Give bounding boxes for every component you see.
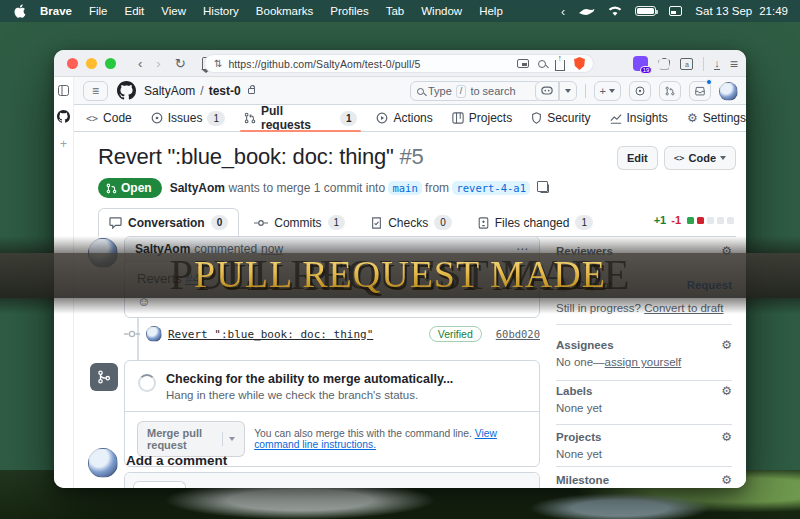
menu-item-help[interactable]: Help <box>479 5 503 17</box>
back-button[interactable]: ‹ <box>138 57 142 70</box>
menu-bar-clock[interactable]: Sat 13 Sep 21:49 <box>695 5 788 17</box>
commit-author-avatar[interactable] <box>146 326 162 342</box>
copilot-button[interactable] <box>535 81 559 101</box>
copy-branch-icon[interactable] <box>540 184 549 193</box>
current-user-avatar[interactable] <box>88 448 118 478</box>
menu-item-edit[interactable]: Edit <box>125 5 145 17</box>
request-review-button[interactable]: Request <box>687 279 732 291</box>
reader-sidebar-icon[interactable]: a <box>680 58 693 70</box>
comment-editor[interactable]: Write Preview ☺ H B I „ <> ∞ ≡ ≔ ☑ @ <box>124 472 540 488</box>
base-branch-chip[interactable]: main <box>388 181 421 195</box>
breadcrumb-owner[interactable]: SaltyAom <box>144 84 195 98</box>
comment-timestamp[interactable]: now <box>261 242 283 256</box>
tab-insights[interactable]: Insights <box>610 105 668 132</box>
menu-item-bookmarks[interactable]: Bookmarks <box>256 5 314 17</box>
user-avatar[interactable] <box>719 82 738 101</box>
github-logo-icon[interactable] <box>117 81 136 100</box>
menu-item-file[interactable]: File <box>89 5 108 17</box>
deletions: -1 <box>671 214 681 226</box>
breadcrumb-repo[interactable]: test-0 <box>209 84 241 98</box>
sidebar-divider <box>556 466 732 467</box>
commit-message-link[interactable]: Revert ":blue_book: doc: thing" <box>168 328 373 341</box>
macos-menu-bar: Brave File Edit View History Bookmarks P… <box>0 0 800 22</box>
forward-button[interactable]: › <box>156 57 160 70</box>
tab-files-changed[interactable]: Files changed 1 <box>467 208 604 237</box>
battery-icon[interactable] <box>635 6 656 16</box>
convert-to-draft-link[interactable]: Convert to draft <box>644 302 723 314</box>
tab-issues[interactable]: Issues 1 <box>151 105 225 132</box>
brave-shield-icon[interactable] <box>574 57 585 70</box>
window-minimize-button[interactable] <box>86 58 97 69</box>
assignees-title: Assignees <box>556 339 614 351</box>
commits-count: 1 <box>328 215 346 230</box>
panel-icon[interactable] <box>58 85 69 96</box>
browser-menu-icon[interactable]: ≡ <box>730 56 738 72</box>
assign-yourself-link[interactable]: assign yourself <box>605 356 682 368</box>
command-line-hint: You can also merge this with the command… <box>254 428 527 450</box>
diff-block <box>687 217 694 224</box>
wifi-icon[interactable] <box>608 6 622 17</box>
menu-item-profiles[interactable]: Profiles <box>330 5 368 17</box>
window-zoom-button[interactable] <box>105 58 116 69</box>
tab-pull-requests[interactable]: Pull requests 1 <box>244 105 357 132</box>
menu-item-window[interactable]: Window <box>421 5 462 17</box>
inbox-button[interactable] <box>689 81 711 101</box>
pull-requests-header-icon[interactable] <box>659 81 681 101</box>
issues-header-icon[interactable] <box>629 81 651 101</box>
comment-author-avatar[interactable] <box>88 238 118 268</box>
merge-pull-request-button[interactable]: Merge pull request <box>137 421 245 457</box>
tab-actions[interactable]: Actions <box>376 105 432 132</box>
share-icon[interactable] <box>555 60 565 71</box>
menu-extras-chevron-icon[interactable]: ‹ <box>561 4 565 19</box>
reviewers-gear-icon[interactable]: ⚙ <box>721 244 732 258</box>
new-tab-icon[interactable]: + <box>60 137 67 151</box>
head-branch-chip[interactable]: revert-4-a1 <box>452 181 530 195</box>
reverted-pr-link[interactable]: #4 <box>185 271 199 286</box>
tab-conversation[interactable]: Conversation 0 <box>98 208 239 237</box>
global-nav-menu-icon[interactable]: ≡ <box>83 81 108 101</box>
menu-item-history[interactable]: History <box>203 5 239 17</box>
tab-checks[interactable]: Checks 0 <box>360 208 463 237</box>
tab-settings[interactable]: ⚙ Settings <box>687 105 746 132</box>
comment-author[interactable]: SaltyAom <box>135 242 190 256</box>
reviewer-name[interactable]: Copilot <box>576 279 612 291</box>
extension-icon[interactable]: 19 <box>633 56 648 71</box>
address-bar[interactable]: ⇅ https://github.com/SaltyAom/test-0/pul… <box>204 54 594 73</box>
apple-icon[interactable] <box>14 4 26 18</box>
reading-mode-icon[interactable] <box>517 59 529 68</box>
menu-item-tab[interactable]: Tab <box>386 5 405 17</box>
pr-author[interactable]: SaltyAom <box>170 181 225 195</box>
screen-mirroring-icon[interactable] <box>669 6 682 16</box>
zoom-icon[interactable] <box>538 60 546 68</box>
labels-gear-icon[interactable]: ⚙ <box>721 384 732 398</box>
preview-tab[interactable]: Preview <box>188 482 253 488</box>
breadcrumb: SaltyAom / test-0 <box>144 84 255 98</box>
tab-commits[interactable]: Commits 1 <box>243 208 356 237</box>
code-button[interactable]: <> Code <box>664 146 736 170</box>
commit-sha-link[interactable]: 60bd020 <box>496 328 540 340</box>
write-tab[interactable]: Write <box>133 481 186 488</box>
site-info-icon[interactable]: ⇅ <box>214 58 222 69</box>
milestone-gear-icon[interactable]: ⚙ <box>721 473 732 487</box>
downloads-icon[interactable]: ↓ <box>714 58 720 70</box>
tab-projects[interactable]: Projects <box>452 105 512 132</box>
tab-security[interactable]: Security <box>531 105 590 132</box>
projects-gear-icon[interactable]: ⚙ <box>721 430 732 444</box>
merge-options-caret-icon[interactable] <box>229 437 235 441</box>
comment-kebab-icon[interactable]: ⋯ <box>516 242 529 256</box>
brave-rewards-icon[interactable] <box>658 58 670 70</box>
tab-code[interactable]: <> Code <box>86 105 132 132</box>
create-new-button[interactable]: + <box>594 81 621 101</box>
menu-item-brave[interactable]: Brave <box>40 5 72 17</box>
animal-status-icon[interactable] <box>578 6 595 16</box>
copilot-dropdown-button[interactable] <box>559 81 577 101</box>
reload-button[interactable]: ↻ <box>175 57 186 70</box>
edit-button[interactable]: Edit <box>617 146 658 170</box>
github-pinned-tab-icon[interactable] <box>57 110 70 123</box>
menu-item-view[interactable]: View <box>161 5 186 17</box>
search-input[interactable]: Type / to search <box>410 81 542 101</box>
add-reaction-icon[interactable]: ☺ <box>137 294 150 309</box>
assignees-gear-icon[interactable]: ⚙ <box>721 338 732 352</box>
verified-badge[interactable]: Verified <box>429 326 482 342</box>
window-close-button[interactable] <box>67 58 78 69</box>
